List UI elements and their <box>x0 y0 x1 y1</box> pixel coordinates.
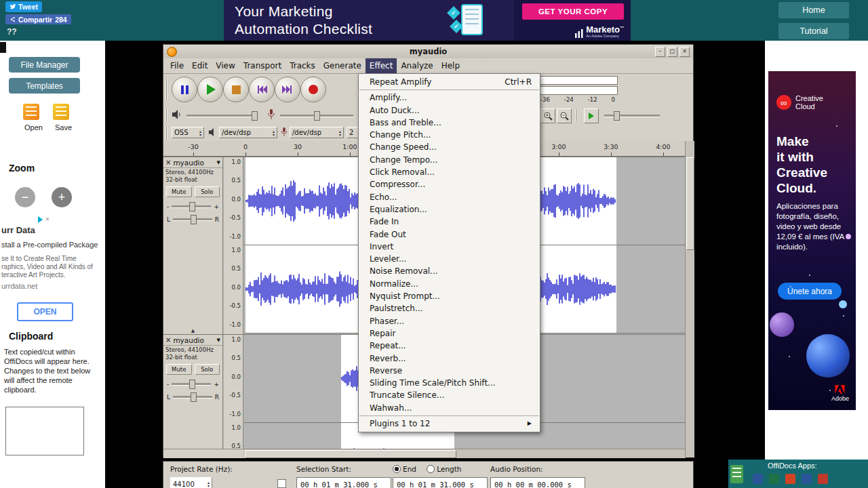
effect-menu-item-fade-out[interactable]: Fade Out <box>359 228 540 241</box>
sidebar-ad-open-button[interactable]: OPEN <box>17 302 73 321</box>
track-menu-icon[interactable]: ▼ <box>217 160 220 165</box>
slider-thumb[interactable] <box>252 111 258 121</box>
scrollbar-thumb[interactable] <box>245 450 456 458</box>
tweet-button[interactable]: Tweet <box>5 1 42 12</box>
banner-ad[interactable]: Your Marketing Automation Checklist ✓ ✓ … <box>224 0 631 41</box>
pause-button[interactable] <box>172 77 197 102</box>
zoom-out-button[interactable]: − <box>15 187 35 207</box>
play-button[interactable] <box>197 77 223 102</box>
slider-thumb[interactable] <box>191 392 197 402</box>
record-button[interactable] <box>300 77 326 102</box>
close-button[interactable]: × <box>679 47 690 57</box>
effect-menu-item-invert[interactable]: Invert <box>359 241 540 253</box>
pan-slider[interactable] <box>173 396 212 399</box>
gain-slider[interactable] <box>172 205 211 208</box>
effect-menu-item-leveler[interactable]: Leveler... <box>359 253 540 265</box>
toolbar-grip[interactable] <box>165 109 167 121</box>
track-close-icon[interactable]: × <box>165 159 171 166</box>
effect-menu-item-sliding-time-scale-pitch-shift[interactable]: Sliding Time Scale/Pitch Shift... <box>359 377 540 389</box>
app-icon[interactable] <box>769 474 779 484</box>
menu-analyze[interactable]: Analyze <box>397 58 437 73</box>
toolbar-grip[interactable] <box>165 127 167 139</box>
file-manager-button[interactable]: File Manager <box>9 57 80 73</box>
app-icon[interactable] <box>785 474 795 484</box>
mute-button[interactable]: Mute <box>166 364 192 375</box>
open-icon[interactable] <box>23 104 39 120</box>
ad-choices-controls[interactable]: × <box>38 216 50 223</box>
output-volume-slider[interactable] <box>186 115 257 117</box>
maximize-button[interactable]: □ <box>667 47 677 57</box>
track-name[interactable]: myaudio <box>173 336 214 344</box>
effect-menu-item-click-removal[interactable]: Click Removal... <box>359 166 540 178</box>
minimize-button[interactable]: – <box>655 47 665 57</box>
stop-button[interactable] <box>223 77 249 102</box>
effect-menu-item-normalize[interactable]: Normalize... <box>359 278 540 290</box>
toolbar-grip[interactable] <box>165 79 167 100</box>
effect-menu-item-paulstretch[interactable]: Paulstretch... <box>359 302 540 314</box>
close-ad-icon[interactable]: × <box>45 216 50 223</box>
gain-slider[interactable] <box>172 383 211 386</box>
solo-button[interactable]: Solo <box>195 364 220 375</box>
selection-start-field[interactable]: 00 h 01 m 31.000 s <box>296 477 391 488</box>
effect-menu-item-bass-and-treble[interactable]: Bass and Treble... <box>359 117 540 129</box>
mute-button[interactable]: Mute <box>166 186 192 197</box>
audio-host-select[interactable]: OSS▴▾ <box>172 127 204 138</box>
effect-menu-item-wahwah[interactable]: Wahwah... <box>359 402 540 414</box>
document-icon[interactable] <box>730 465 743 483</box>
effect-menu-item-equalization[interactable]: Equalization... <box>359 203 540 216</box>
zoom-in-tool-button[interactable] <box>540 108 555 123</box>
project-rate-select[interactable]: 44100▴▾ <box>170 477 212 488</box>
zoom-out-tool-button[interactable] <box>557 108 572 123</box>
pan-slider[interactable] <box>173 218 212 221</box>
toolbar-grip[interactable] <box>576 109 578 121</box>
home-button[interactable]: Home <box>778 2 849 18</box>
effect-menu-item-noise-removal[interactable]: Noise Removal... <box>359 265 540 277</box>
effect-menu-item-phaser[interactable]: Phaser... <box>359 315 540 327</box>
save-icon[interactable] <box>53 104 69 120</box>
templates-button[interactable]: Templates <box>9 78 80 94</box>
clipboard-textarea[interactable] <box>5 407 84 455</box>
effect-menu-item-repair[interactable]: Repair <box>359 327 540 340</box>
menu-effect[interactable]: Effect <box>366 58 397 73</box>
input-device-select[interactable]: /dev/dsp▴▾ <box>290 127 344 138</box>
audio-position-field[interactable]: 00 h 00 m 00.000 s <box>490 477 585 488</box>
selection-end-field[interactable]: 00 h 01 m 31.000 s <box>393 477 488 488</box>
end-radio[interactable] <box>393 465 401 473</box>
zoom-in-button[interactable]: + <box>52 187 72 207</box>
length-radio[interactable] <box>427 465 435 473</box>
title-bar[interactable]: myaudio – □ × <box>163 45 693 59</box>
track-collapse-icon[interactable]: ▲ <box>163 328 222 333</box>
track-name[interactable]: myaudio <box>173 159 214 167</box>
effect-menu-item-nyquist-prompt[interactable]: Nyquist Prompt... <box>359 290 540 302</box>
menu-transport[interactable]: Transport <box>239 58 285 73</box>
app-icon[interactable] <box>753 474 763 484</box>
menu-view[interactable]: View <box>212 58 239 73</box>
effect-menu-item-auto-duck[interactable]: Auto Duck... <box>359 104 540 117</box>
menu-tracks[interactable]: Tracks <box>285 58 319 73</box>
effect-menu-item-repeat-last[interactable]: Repeat AmplifyCtrl+R <box>359 76 540 88</box>
snap-to-checkbox[interactable] <box>277 479 286 488</box>
track-menu-icon[interactable]: ▼ <box>217 338 220 343</box>
effect-menu-item-change-speed[interactable]: Change Speed... <box>359 141 540 153</box>
menu-generate[interactable]: Generate <box>319 58 366 73</box>
sidebar-collapse-tab[interactable] <box>0 42 6 53</box>
effect-menu-item-plugins[interactable]: Plugins 1 to 12▶ <box>359 418 540 430</box>
menu-edit[interactable]: Edit <box>188 58 212 73</box>
slider-thumb[interactable] <box>614 111 620 121</box>
tutorial-button[interactable]: Tutorial <box>778 23 849 39</box>
banner-cta-button[interactable]: GET YOUR COPY <box>522 3 624 20</box>
app-icon[interactable] <box>802 474 812 484</box>
meter-toolbar[interactable]: -36-24-120 <box>538 76 618 106</box>
skip-end-button[interactable] <box>275 77 300 102</box>
effect-menu-item-amplify[interactable]: Amplify... <box>359 92 540 104</box>
effect-menu-item-change-pitch[interactable]: Change Pitch... <box>359 129 540 141</box>
track-close-icon[interactable]: × <box>165 336 171 344</box>
effect-menu-item-fade-in[interactable]: Fade In <box>359 216 540 228</box>
output-device-select[interactable]: /dev/dsp▴▾ <box>219 127 277 138</box>
menu-help[interactable]: Help <box>437 58 464 73</box>
app-icon[interactable] <box>818 474 828 484</box>
effect-menu-item-repeat[interactable]: Repeat... <box>359 340 540 352</box>
slider-thumb[interactable] <box>314 111 320 121</box>
vertical-scrollbar[interactable] <box>685 141 694 458</box>
effect-menu-item-change-tempo[interactable]: Change Tempo... <box>359 154 540 166</box>
